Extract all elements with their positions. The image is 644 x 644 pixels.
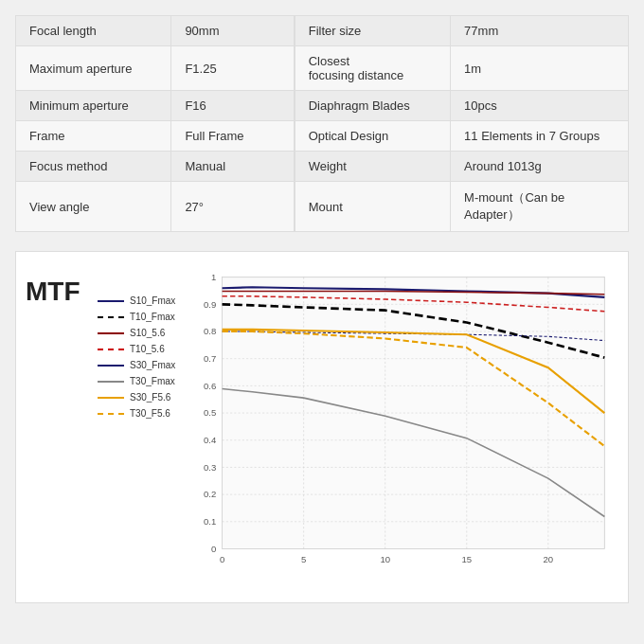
svg-text:0: 0: [220, 554, 224, 564]
table-row: Focus methodManualWeightAround 1013g: [16, 152, 629, 182]
svg-text:15: 15: [462, 554, 473, 564]
legend-label: T10_Fmax: [130, 312, 175, 322]
spec-label: Optical Design: [295, 121, 450, 152]
legend-label: S30_F5.6: [130, 392, 170, 402]
spec-label: Minimum aperture: [16, 91, 171, 121]
legend-line-color: [98, 413, 124, 415]
svg-text:0.6: 0.6: [204, 381, 216, 391]
svg-text:0.4: 0.4: [204, 435, 217, 445]
legend-item: S10_Fmax: [98, 295, 175, 306]
spec-label: Filter size: [295, 16, 450, 46]
spec-value: 27°: [171, 182, 294, 232]
svg-text:0: 0: [211, 544, 216, 554]
legend-label: S10_Fmax: [130, 295, 175, 306]
legend-line-color: [98, 332, 124, 334]
spec-value: Manual: [171, 152, 294, 182]
legend-line-color: [98, 300, 124, 302]
spec-label: Maximum aperture: [16, 46, 171, 91]
spec-value: 90mm: [171, 16, 294, 46]
legend-item: T10_5.6: [98, 344, 175, 354]
svg-text:10: 10: [381, 554, 391, 564]
svg-text:0.5: 0.5: [204, 407, 216, 418]
table-row: Minimum apertureF16Diaphragm Blades10pcs: [16, 91, 629, 121]
legend-item: T30_Fmax: [98, 376, 175, 386]
spec-label: Focal length: [16, 16, 171, 46]
spec-label: Closestfocusing distance: [295, 46, 450, 91]
mtf-title: MTF: [26, 267, 82, 307]
mtf-legend: S10_FmaxT10_FmaxS10_5.6T10_5.6S30_FmaxT3…: [98, 295, 175, 419]
svg-text:0.8: 0.8: [204, 326, 216, 336]
spec-label: View angle: [16, 182, 171, 232]
svg-text:0.9: 0.9: [204, 299, 216, 310]
legend-item: T30_F5.6: [98, 408, 175, 419]
chart-container: 0 0.1 0.2 0.3 0.4 0.5 0.6 0.7 0.8 0.9 1 …: [188, 267, 618, 593]
legend-item: S10_5.6: [98, 328, 175, 338]
spec-label: Frame: [16, 121, 171, 152]
legend-item: S30_F5.6: [98, 392, 175, 402]
svg-text:5: 5: [301, 554, 306, 564]
legend-line-color: [98, 381, 124, 383]
spec-value: F16: [171, 91, 294, 121]
table-row: FrameFull FrameOptical Design11 Elements…: [16, 121, 629, 152]
spec-label: Weight: [295, 152, 450, 182]
spec-label: Mount: [295, 182, 450, 232]
legend-item: T10_Fmax: [98, 312, 175, 322]
spec-value: M-mount（Can be Adapter）: [451, 182, 629, 232]
spec-value: F1.25: [171, 46, 294, 91]
spec-value: Around 1013g: [451, 152, 629, 182]
spec-value: 11 Elements in 7 Groups: [451, 121, 629, 152]
svg-text:0.3: 0.3: [204, 462, 216, 473]
legend-line-color: [98, 365, 124, 367]
specs-table: Focal length90mmFilter size77mmMaximum a…: [15, 15, 629, 232]
mtf-section: MTF S10_FmaxT10_FmaxS10_5.6T10_5.6S30_Fm…: [15, 251, 629, 603]
spec-label: Diaphragm Blades: [295, 91, 450, 121]
legend-label: S10_5.6: [130, 328, 165, 338]
spec-value: 1m: [451, 46, 629, 91]
svg-text:0.7: 0.7: [204, 353, 216, 364]
svg-text:0.2: 0.2: [204, 489, 216, 499]
legend-label: T30_Fmax: [130, 376, 175, 386]
svg-text:20: 20: [544, 554, 554, 564]
spec-value: Full Frame: [171, 121, 294, 152]
legend-label: T10_5.6: [130, 344, 165, 354]
legend-label: T30_F5.6: [130, 408, 170, 419]
spec-value: 10pcs: [451, 91, 629, 121]
legend-line-color: [98, 316, 124, 318]
spec-value: 77mm: [451, 16, 629, 46]
table-row: View angle27°MountM-mount（Can be Adapter…: [16, 182, 629, 232]
table-row: Maximum apertureF1.25Closestfocusing dis…: [16, 46, 629, 91]
legend-line-color: [98, 349, 124, 350]
legend-label: S30_Fmax: [130, 360, 175, 370]
spec-label: Focus method: [16, 152, 171, 182]
mtf-chart: 0 0.1 0.2 0.3 0.4 0.5 0.6 0.7 0.8 0.9 1 …: [188, 267, 618, 589]
table-row: Focal length90mmFilter size77mm: [16, 16, 629, 46]
legend-line-color: [98, 397, 124, 399]
svg-text:0.1: 0.1: [204, 516, 216, 527]
legend-item: S30_Fmax: [98, 360, 175, 370]
svg-text:1: 1: [211, 272, 216, 282]
